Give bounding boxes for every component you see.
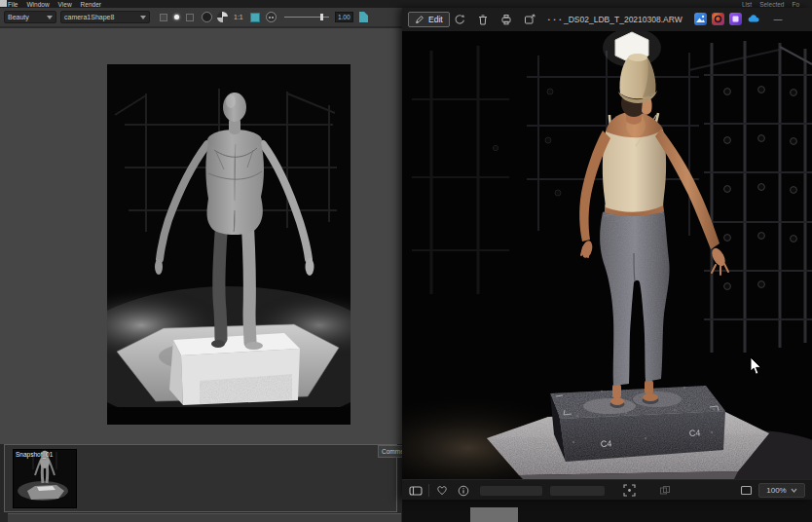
save-image-icon[interactable] (359, 12, 368, 22)
zoom-level-dropdown[interactable]: 100% (758, 483, 805, 498)
rendered-image[interactable] (107, 64, 351, 425)
bg-menu-focus-clipped[interactable]: Fo (792, 1, 799, 8)
snapshot-icon[interactable] (174, 15, 179, 19)
see-more-button[interactable]: • • • (546, 13, 564, 26)
render-view-window: Beauty camera1Shape8 1:1 1.00 (0, 8, 402, 522)
panel-edge-strip (8, 513, 401, 522)
exposure-slider[interactable] (284, 17, 329, 18)
render-icon[interactable] (202, 12, 212, 22)
display-channel-icon[interactable] (250, 13, 260, 22)
platform-logo-right: C4 (689, 428, 701, 438)
photo-scene: C4 C4 (402, 31, 812, 479)
color-options-icon[interactable] (266, 12, 277, 22)
platform-logo-left: C4 (601, 438, 612, 449)
chevron-down-icon (140, 16, 146, 19)
background-window-menu: List Selected Fo (742, 0, 812, 8)
snapshot-label: Snapshot_01 (16, 451, 53, 458)
photos-app-icon[interactable] (694, 13, 707, 25)
snapshot-preview (14, 450, 76, 507)
filename-label: _DS02_LDB_T_20210308.ARW (564, 8, 690, 31)
mouse-cursor (750, 357, 763, 377)
maya-menubar: File Window View Render (8, 0, 101, 8)
fit-to-screen-icon[interactable] (622, 483, 637, 498)
bg-menu-list[interactable]: List (742, 1, 752, 8)
taskbar-fragment (470, 507, 518, 522)
print-icon[interactable] (499, 13, 513, 26)
render-view-toolbar: Beauty camera1Shape8 1:1 1.00 (0, 8, 402, 27)
fullscreen-icon[interactable] (739, 483, 754, 498)
chevron-down-icon (791, 488, 797, 493)
purple-app-icon[interactable] (729, 13, 742, 25)
info-icon[interactable] (456, 483, 470, 498)
edit-label: Edit (428, 15, 443, 24)
cloud-icon[interactable] (747, 13, 759, 25)
menu-render[interactable]: Render (81, 1, 101, 8)
render-pass-value: Beauty (8, 14, 29, 20)
snapshots-panel: Snapshot_01 Comment (4, 444, 397, 512)
rotate-icon[interactable] (453, 13, 466, 26)
gradient-app-icon[interactable] (712, 13, 724, 25)
ipr-render-icon[interactable] (217, 12, 228, 22)
menu-window[interactable]: Window (26, 1, 49, 8)
camera-name-value: camera1Shape8 (64, 14, 114, 20)
divider (428, 484, 429, 497)
photos-toolbar: Edit • • • _DS02_LDB_T_20210308.ARW (402, 8, 812, 31)
top-strip (0, 0, 812, 8)
platform-box: C4 C4 (550, 386, 725, 462)
desktop: File Window View Render List Selected Fo… (0, 0, 812, 522)
zoom-level-value: 100% (766, 486, 786, 495)
chevron-down-icon (47, 16, 53, 19)
photo-viewport[interactable]: C4 C4 (402, 31, 812, 479)
menu-file[interactable]: File (8, 1, 18, 8)
film-icon[interactable] (160, 14, 167, 21)
slider-handle[interactable] (320, 14, 323, 20)
render-pass-dropdown[interactable]: Beauty (4, 11, 56, 23)
compare-icon[interactable] (657, 483, 672, 498)
grid-icon[interactable] (186, 14, 194, 21)
disabled-button-1[interactable] (480, 486, 542, 496)
photos-window: Edit • • • _DS02_LDB_T_20210308.ARW (402, 8, 812, 500)
edit-create-icon[interactable] (523, 13, 536, 26)
delete-icon[interactable] (476, 13, 490, 26)
snapshots-zone: Snapshot_01 Comment (0, 444, 402, 522)
snapshot-thumbnail[interactable]: Snapshot_01 (13, 449, 77, 508)
minimize-button[interactable]: — (764, 8, 792, 31)
camera-dropdown[interactable]: camera1Shape8 (60, 11, 150, 23)
bg-menu-selected[interactable]: Selected (759, 1, 784, 8)
edit-button[interactable]: Edit (408, 12, 450, 27)
favorite-heart-icon[interactable] (434, 483, 449, 498)
render-viewport[interactable] (0, 28, 402, 444)
render-scene (107, 64, 351, 425)
window-icon (0, 0, 7, 7)
menu-view[interactable]: View (58, 1, 72, 8)
pencil-icon (415, 15, 424, 24)
ratio-label: 1:1 (234, 14, 243, 20)
exposure-value-field[interactable]: 1.00 (335, 12, 353, 22)
pedestal-block (169, 333, 300, 405)
disabled-button-2[interactable] (550, 486, 605, 496)
filmstrip-icon[interactable] (408, 483, 423, 498)
photos-statusbar: 100% (402, 479, 812, 500)
